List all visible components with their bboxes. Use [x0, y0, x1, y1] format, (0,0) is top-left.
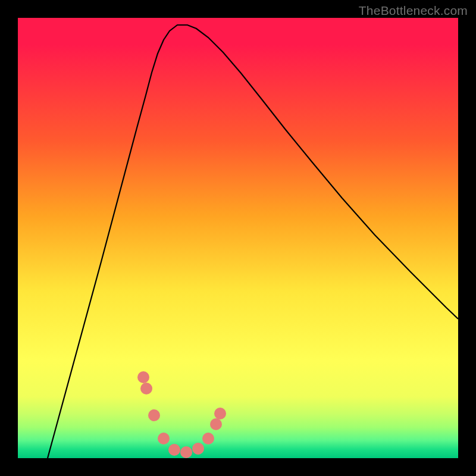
- marker-dot: [148, 409, 160, 421]
- watermark-text: TheBottleneck.com: [359, 4, 468, 18]
- marker-dot: [214, 408, 226, 419]
- bottleneck-curve: [48, 25, 458, 458]
- marker-dot: [180, 446, 192, 458]
- chart-svg: [18, 18, 458, 458]
- marker-dot: [140, 383, 152, 394]
- marker-dot: [210, 418, 222, 430]
- marker-group: [137, 371, 226, 458]
- marker-dot: [158, 433, 170, 444]
- plot-area: [18, 18, 458, 458]
- marker-dot: [202, 433, 214, 444]
- outer-frame: TheBottleneck.com: [0, 0, 476, 476]
- marker-dot: [168, 444, 180, 456]
- marker-dot: [192, 443, 204, 455]
- marker-dot: [137, 371, 149, 383]
